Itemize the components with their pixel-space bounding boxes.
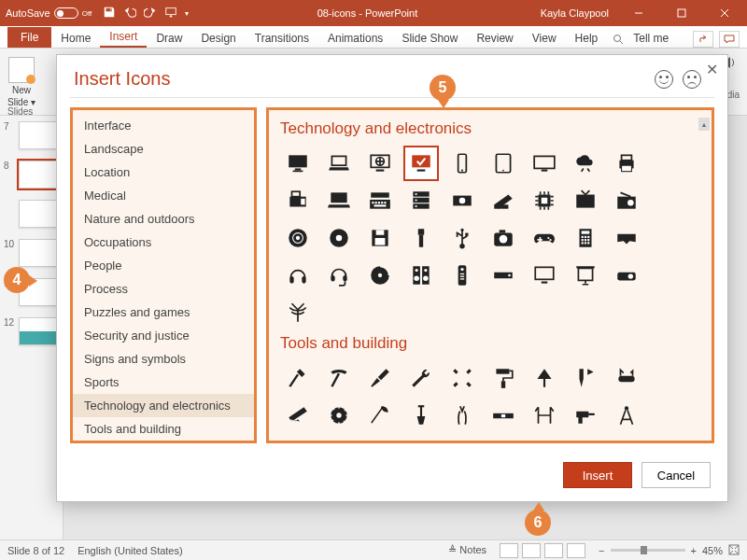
monitor-outline-icon[interactable] [527,258,562,293]
camera-icon[interactable] [486,220,521,256]
zoom-slider[interactable] [611,549,685,552]
tab-insert[interactable]: Insert [100,26,147,48]
vinyl-icon[interactable] [280,220,316,256]
save-icon[interactable] [103,6,116,21]
cloud-sync-icon[interactable] [568,146,603,181]
swiss-knife-icon[interactable] [609,360,644,396]
slide-thumbnail[interactable]: 7 [0,116,63,155]
dvd-player-icon[interactable] [486,258,521,293]
cancel-button[interactable]: Cancel [641,462,711,488]
category-item[interactable]: Technology and electronics [73,394,254,417]
zoom-in-icon[interactable]: + [691,545,697,556]
fit-slide-icon[interactable] [728,544,740,557]
dialog-close-button[interactable]: ✕ [706,61,718,78]
category-item[interactable]: Occupations [73,231,254,254]
handsaw-icon[interactable] [280,398,316,433]
toggle-switch[interactable] [54,7,78,19]
category-item[interactable]: Signs and symbols [73,347,254,371]
category-item[interactable]: Sports [73,371,254,394]
language-status[interactable]: English (United States) [78,545,183,556]
slide-thumbnails[interactable]: 78101112 [0,116,63,539]
trowel-icon[interactable] [527,360,562,396]
pliers-icon[interactable] [444,398,480,433]
maximize-button[interactable] [663,0,700,26]
category-item[interactable]: Security and justice [73,324,254,347]
tab-design[interactable]: Design [191,28,245,48]
tell-me-search[interactable]: Tell me [624,28,678,48]
category-list[interactable]: InterfaceLandscapeLocationMedicalNature … [70,107,257,443]
search-icon[interactable] [613,34,624,48]
tab-help[interactable]: Help [566,28,608,48]
speakers-icon[interactable] [403,258,439,293]
new-slide-button[interactable]: New Slide ▾ [7,57,35,107]
keyboard-icon[interactable] [362,183,398,218]
desktop-icon[interactable] [280,146,316,181]
usb-cable-icon[interactable] [403,220,439,256]
share-button[interactable] [693,31,713,48]
tab-review[interactable]: Review [467,28,522,48]
vr-headset-icon[interactable] [609,220,644,256]
printer-icon[interactable] [609,146,644,181]
normal-view-button[interactable] [500,543,518,558]
category-item[interactable]: Location [73,161,254,184]
circular-saw-icon[interactable] [321,398,357,433]
monitor-wide-icon[interactable] [527,146,562,181]
tab-draw[interactable]: Draw [147,28,191,48]
slide-counter[interactable]: Slide 8 of 12 [7,545,64,556]
scanner-icon[interactable] [486,183,521,218]
tv-icon[interactable] [568,183,603,218]
category-item[interactable]: Puzzles and games [73,301,254,324]
crossed-wrench-icon[interactable] [444,360,480,396]
floppy-icon[interactable] [362,220,398,256]
antenna-icon[interactable] [280,295,316,330]
category-item[interactable]: Process [73,277,254,301]
undo-icon[interactable] [123,6,136,21]
globe-monitor-icon[interactable] [362,146,398,181]
disc-drive-icon[interactable] [444,183,480,218]
server-icon[interactable] [403,183,439,218]
pickaxe-icon[interactable] [321,360,357,396]
slide-thumbnail[interactable]: 8 [0,155,63,194]
axe-icon[interactable] [362,398,398,433]
smartphone-icon[interactable] [444,146,480,181]
scrollbar-up-icon[interactable]: ▴ [698,118,710,131]
qat-dropdown-icon[interactable]: ▾ [185,9,189,18]
wrench-icon[interactable] [403,360,439,396]
category-item[interactable]: Tools and building [73,417,254,441]
user-name[interactable]: Kayla Claypool [541,7,609,19]
minimize-button[interactable] [620,0,657,26]
headphones-icon[interactable] [280,258,316,293]
screwdriver-icon[interactable] [362,360,398,396]
projector-icon[interactable] [609,258,644,293]
cpu-chip-icon[interactable] [527,183,562,218]
remote-icon[interactable] [444,258,480,293]
insert-button[interactable]: Insert [563,462,632,488]
tab-file[interactable]: File [7,27,51,48]
category-item[interactable]: Interface [73,114,254,137]
disc-icon[interactable] [362,258,398,293]
category-item[interactable]: Landscape [73,137,254,161]
projector-screen-icon[interactable] [568,258,603,293]
paint-roller-icon[interactable] [486,360,521,396]
start-show-icon[interactable] [164,6,177,21]
notes-toggle[interactable]: ≜ Notes [448,544,486,556]
slide-thumbnail[interactable]: 12 [0,312,63,351]
zoom-percent[interactable]: 45% [702,545,723,556]
tab-transitions[interactable]: Transitions [246,28,318,48]
tab-home[interactable]: Home [51,28,100,48]
feedback-smile-icon[interactable] [655,70,673,89]
category-item[interactable]: Medical [73,184,254,207]
icon-gallery[interactable]: ▴ Technology and electronicsTools and bu… [266,107,714,443]
compass-icon[interactable] [609,398,644,433]
slideshow-view-button[interactable] [567,543,585,558]
shovel-icon[interactable] [403,398,439,433]
autosave-toggle[interactable]: AutoSave Off [0,7,97,19]
redo-icon[interactable] [144,6,157,21]
chisel-icon[interactable] [568,360,603,396]
feedback-frown-icon[interactable] [683,70,701,89]
category-item[interactable]: Nature and outdoors [73,207,254,231]
fax-icon[interactable] [280,183,316,218]
tab-slide-show[interactable]: Slide Show [392,28,467,48]
laptop-icon[interactable] [321,146,357,181]
level-icon[interactable] [486,398,521,433]
